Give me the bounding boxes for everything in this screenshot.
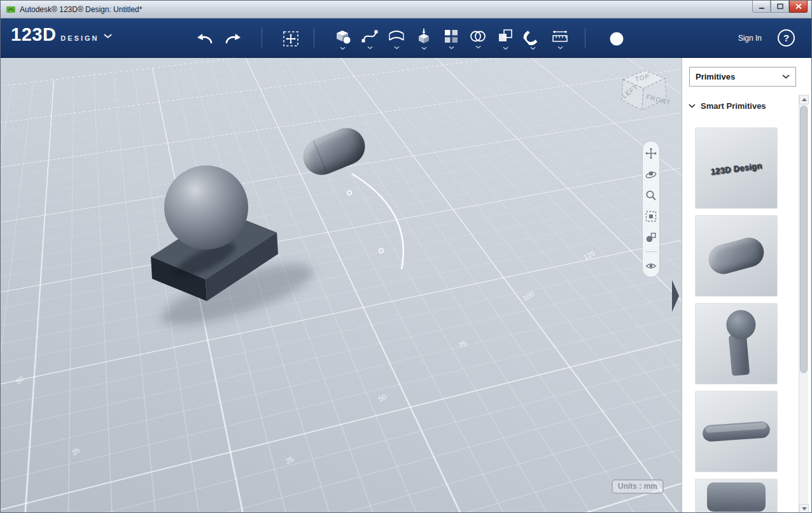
thumbnail-rounded-bar[interactable] [695,391,778,472]
display-mode-button[interactable] [644,230,658,244]
key-primitive [711,309,762,379]
section-header-smart-primitives[interactable]: Smart Primitives [689,101,766,111]
help-button[interactable]: ? [778,29,795,46]
primitives-icon [333,28,351,45]
measure-icon [550,29,570,44]
chevron-down-icon [449,46,454,50]
window-controls [752,1,808,13]
pattern-button[interactable] [440,24,463,54]
capsule-primitive [706,234,767,277]
snap-button[interactable] [521,24,544,54]
chevron-down-icon [421,46,427,50]
minimize-button[interactable] [752,1,771,13]
materials-button[interactable] [605,24,628,54]
arc-sketch-object[interactable] [347,174,403,269]
thumbnail-partial[interactable] [695,479,778,513]
visibility-button[interactable] [644,259,658,273]
redo-icon [224,32,243,46]
snap-icon [521,24,545,48]
chevron-down-icon [782,74,790,79]
brand-logo: 123D [11,25,56,44]
view-cube[interactable]: TOP LEFT FRONT [612,63,672,120]
undo-button[interactable] [193,24,216,54]
help-glyph: ? [783,32,789,43]
scroll-down-icon [802,507,807,510]
thumbnail-123d-design-text[interactable]: 123D Design [695,127,778,209]
modify-icon [415,28,433,45]
main-toolbar: 123D DESIGN [1,18,811,58]
maximize-icon [776,3,784,10]
units-badge[interactable]: Units : mm [612,479,664,494]
scene-layer [1,58,683,513]
right-panel: Primitives Smart Primitives 123D Design [682,58,811,513]
app-menu[interactable]: 123D DESIGN [11,25,112,44]
undo-icon [195,32,214,46]
construct-button[interactable] [385,24,408,54]
display-mode-icon [645,231,657,244]
app-icon [6,4,16,15]
grouping-icon [469,29,487,43]
thumbnail-key[interactable] [695,303,778,384]
rounded-bar-primitive [702,421,771,442]
panel-scrollbar[interactable] [799,95,808,513]
zoom-icon [645,189,657,202]
section-title: Smart Primitives [701,101,766,111]
construct-icon [388,29,405,44]
viewport-3d[interactable]: 50 25 25 50 75 100 125 [1,58,683,513]
chevron-down-icon [367,46,373,50]
combine-button[interactable] [494,24,517,54]
toolbar-separator [314,28,314,48]
orbit-icon [645,168,657,181]
fit-view-button[interactable] [644,209,658,223]
chevron-down-icon [394,46,400,50]
toolbar-separator [585,28,585,48]
minimize-icon [758,3,766,10]
app-window: Autodesk® 123D® Design: Untitled* 123D D… [0,0,812,513]
transform-icon [283,31,299,47]
navigation-bar [642,141,660,278]
close-button[interactable] [789,1,808,13]
extruded-text-primitive: 123D Design [710,160,762,176]
primitives-button[interactable] [331,24,354,54]
navigation-divider [645,251,657,252]
materials-icon [608,31,625,47]
visibility-icon [645,260,657,272]
title-bar[interactable]: Autodesk® 123D® Design: Untitled* [1,1,811,18]
window-title: Autodesk® 123D® Design: Untitled* [20,5,142,14]
sketch-button[interactable] [358,24,381,54]
chevron-down-icon [689,104,696,108]
chevron-down-icon [557,46,563,50]
scrollbar-thumb[interactable] [800,106,808,373]
grouping-button[interactable] [466,24,489,54]
redo-button[interactable] [222,24,245,54]
partial-primitive [707,482,766,512]
scrollbar-up-button[interactable] [799,95,809,104]
pattern-icon [444,29,459,44]
category-dropdown[interactable]: Primitives [689,67,796,87]
fit-view-icon [645,210,657,223]
sign-in-button[interactable]: Sign In [738,34,762,43]
maximize-button[interactable] [771,1,789,13]
modify-button[interactable] [412,24,435,54]
collapse-panel-arrow-icon[interactable] [671,279,680,313]
pan-button[interactable] [644,146,658,160]
category-dropdown-value: Primitives [696,72,735,81]
scroll-up-icon [802,98,807,101]
chevron-down-icon [503,46,508,50]
orbit-button[interactable] [644,167,658,181]
scrollbar-down-button[interactable] [799,504,809,513]
chevron-down-icon [104,34,112,39]
chevron-down-icon [340,46,346,50]
sphere-object[interactable] [164,165,248,249]
key-stem [729,334,750,376]
measure-button[interactable] [549,24,571,54]
close-icon [795,3,802,10]
transform-button[interactable] [279,24,302,54]
thumbnail-capsule[interactable] [695,215,778,297]
toolbar-separator [262,28,262,48]
zoom-button[interactable] [644,188,658,202]
sketch-icon [361,29,379,44]
brand-sub-label: DESIGN [60,34,99,42]
chevron-down-icon [475,45,481,49]
combine-icon [497,28,514,45]
